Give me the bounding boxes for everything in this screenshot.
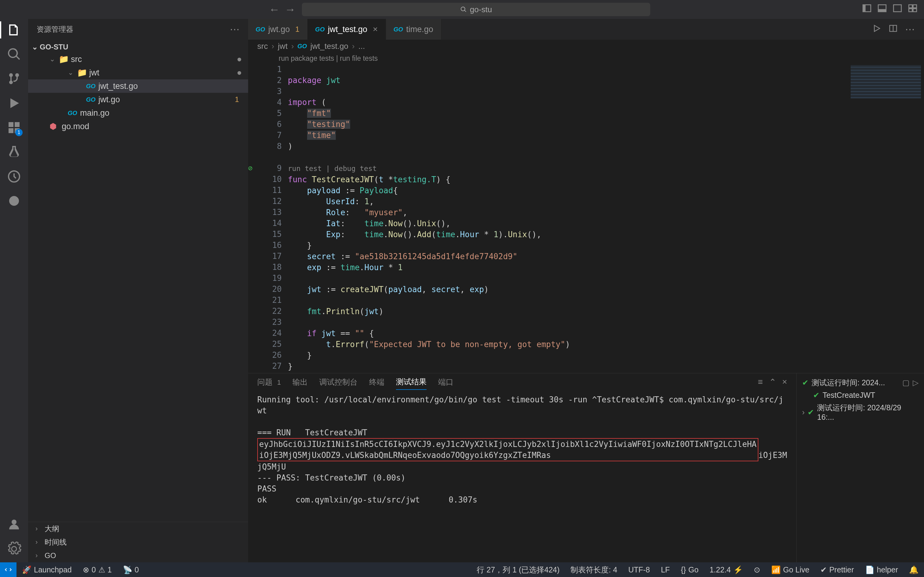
status-copilot[interactable]: ⊙ — [748, 566, 766, 574]
sidebar-project-header[interactable]: ⌄ GO-STU — [28, 42, 248, 53]
chevron-down-icon: ⌄ — [68, 69, 74, 77]
status-problems[interactable]: ⊗0 ⚠1 — [77, 566, 117, 574]
svg-point-14 — [9, 196, 19, 206]
status-helper[interactable]: 📄helper — [859, 566, 904, 574]
test-run-row[interactable]: ✔ 测试运行时间: 2024... ▢ ▷ — [802, 378, 919, 388]
activity-custom-icon[interactable] — [7, 169, 21, 184]
status-launchpad[interactable]: 🚀 Launchpad — [16, 566, 77, 574]
svg-rect-1 — [863, 5, 866, 12]
status-notifications[interactable]: 🔔 — [903, 566, 924, 574]
test-output[interactable]: Running tool: /usr/local/environment/go/… — [248, 390, 796, 562]
panel-close-icon[interactable]: × — [782, 377, 787, 387]
split-editor-icon[interactable] — [888, 24, 898, 35]
sidebar-more-icon[interactable]: ⋯ — [230, 24, 239, 35]
tree-folder-jwt[interactable]: ⌄ 📁 jwt ● — [28, 66, 248, 79]
panel-tab-problems[interactable]: 问题 1 — [257, 375, 281, 390]
tab-jwt-go[interactable]: GO jwt.go 1 — [248, 19, 308, 40]
sidebar-timeline[interactable]: › 时间线 — [28, 535, 248, 549]
status-encoding[interactable]: UTF-8 — [623, 566, 656, 574]
goto-icon[interactable]: ▢ — [902, 378, 909, 387]
breadcrumb[interactable]: src › jwt › GO jwt_test.go › ... — [248, 40, 924, 53]
tab-badge: 1 — [296, 25, 299, 34]
go-file-icon: GO — [256, 26, 265, 33]
status-eol[interactable]: LF — [656, 566, 675, 574]
tab-jwt-test-go[interactable]: GO jwt_test.go × — [308, 19, 386, 40]
sidebar-title-row: 资源管理器 ⋯ — [28, 19, 248, 40]
minimap[interactable] — [851, 65, 921, 98]
breadcrumb-seg[interactable]: jwt_test.go — [310, 42, 348, 51]
chevron-down-icon: ⌄ — [32, 43, 38, 51]
search-input[interactable]: go-stu — [302, 3, 650, 16]
chevron-right-icon: › — [802, 408, 804, 417]
go-file-icon: GO — [68, 110, 77, 117]
tab-time-go[interactable]: GO time.go — [386, 19, 441, 40]
code-content[interactable]: package jwt import ( "fmt" "testing" "ti… — [288, 63, 924, 373]
run-icon[interactable]: ▷ — [913, 378, 919, 387]
status-golive[interactable]: 📶Go Live — [766, 566, 815, 574]
tree-file-jwt-test[interactable]: GO jwt_test.go — [28, 79, 248, 93]
codelens-test[interactable]: run test | debug test — [288, 164, 377, 172]
mod-file-icon: ⬢ — [50, 121, 59, 131]
activity-explorer-icon[interactable] — [7, 23, 21, 37]
nav-back-icon[interactable]: ← — [269, 3, 280, 16]
panel-maximize-icon[interactable]: ⌃ — [769, 377, 776, 387]
sidebar-outline[interactable]: › 大纲 — [28, 522, 248, 535]
close-icon[interactable]: × — [373, 24, 378, 34]
panel-tab-ports[interactable]: 端口 — [438, 375, 454, 390]
tree-file-main-go[interactable]: GO main.go — [28, 106, 248, 120]
tree-label: go.mod — [62, 122, 89, 131]
svg-rect-6 — [913, 5, 916, 8]
tree-file-jwt-go[interactable]: GO jwt.go 1 — [28, 93, 248, 106]
sidebar-go[interactable]: › GO — [28, 549, 248, 562]
code-editor[interactable]: ⊘ 1 2 3 4 5 6 7 8 9 10 11 12 13 14 15 16… — [248, 63, 924, 373]
remote-indicator[interactable] — [0, 562, 16, 577]
go-label: GO — [45, 551, 56, 560]
layout-right-icon[interactable] — [892, 3, 903, 16]
bottom-panel: 问题 1 输出 调试控制台 终端 测试结果 端口 ≡ ⌃ × Running t… — [248, 373, 924, 562]
breadcrumb-seg[interactable]: jwt — [278, 42, 288, 51]
panel-tab-output[interactable]: 输出 — [292, 375, 308, 390]
status-tabsize[interactable]: 制表符长度: 4 — [565, 565, 623, 575]
activity-account-icon[interactable] — [7, 517, 21, 532]
status-cursor[interactable]: 行 27，列 1 (已选择424) — [471, 565, 565, 575]
layout-bottom-icon[interactable] — [877, 3, 887, 16]
test-case-row[interactable]: ✔ TestCreateJWT — [802, 391, 919, 400]
panel-tab-terminal[interactable]: 终端 — [369, 375, 384, 390]
panel-filter-icon[interactable]: ≡ — [758, 377, 762, 387]
run-icon[interactable] — [872, 24, 881, 35]
status-lang[interactable]: {}Go — [675, 566, 704, 574]
radio-icon: 📡 — [123, 566, 132, 574]
go-file-icon: GO — [394, 26, 402, 33]
activitybar: 1 — [0, 19, 28, 562]
panel-tab-debug-console[interactable]: 调试控制台 — [319, 375, 357, 390]
activity-run-debug-icon[interactable] — [7, 96, 21, 111]
status-ports[interactable]: 📡0 — [117, 566, 145, 574]
activity-extensions-icon[interactable]: 1 — [7, 120, 21, 135]
chevron-right-icon: › — [36, 538, 42, 546]
test-run-row[interactable]: › ✔ 测试运行时间: 2024/8/29 16:... — [802, 403, 919, 422]
nav-forward-icon[interactable]: → — [285, 3, 296, 16]
broadcast-icon: 📶 — [771, 566, 781, 574]
status-prettier[interactable]: ✔Prettier — [815, 566, 859, 574]
breadcrumb-seg[interactable]: src — [257, 42, 268, 51]
activity-robot-icon[interactable] — [7, 193, 21, 208]
layout-left-icon[interactable] — [862, 3, 872, 16]
chevron-right-icon: › — [36, 552, 42, 559]
more-icon[interactable]: ⋯ — [905, 24, 915, 35]
activity-testing-icon[interactable] — [7, 145, 21, 160]
activity-settings-icon[interactable] — [7, 542, 21, 556]
panel-tab-test-results[interactable]: 测试结果 — [396, 374, 426, 390]
tree-file-go-mod[interactable]: ⬢ go.mod — [28, 120, 248, 133]
test-run-label: 测试运行时间: 2024/8/29 16:... — [817, 403, 919, 422]
tree-folder-src[interactable]: ⌄ 📁 src ● — [28, 53, 248, 66]
breadcrumb-seg[interactable]: ... — [359, 42, 365, 51]
activity-search-icon[interactable] — [7, 47, 21, 62]
customize-layout-icon[interactable] — [908, 3, 918, 16]
status-go-version[interactable]: 1.22.4⚡ — [704, 566, 748, 574]
error-icon: ⊗ — [83, 566, 89, 574]
copilot-icon: ⊙ — [754, 566, 760, 574]
test-case-label: TestCreateJWT — [822, 391, 875, 400]
svg-rect-11 — [8, 128, 13, 133]
activity-source-control-icon[interactable] — [7, 71, 21, 86]
codelens-file[interactable]: run package tests | run file tests — [248, 54, 924, 63]
